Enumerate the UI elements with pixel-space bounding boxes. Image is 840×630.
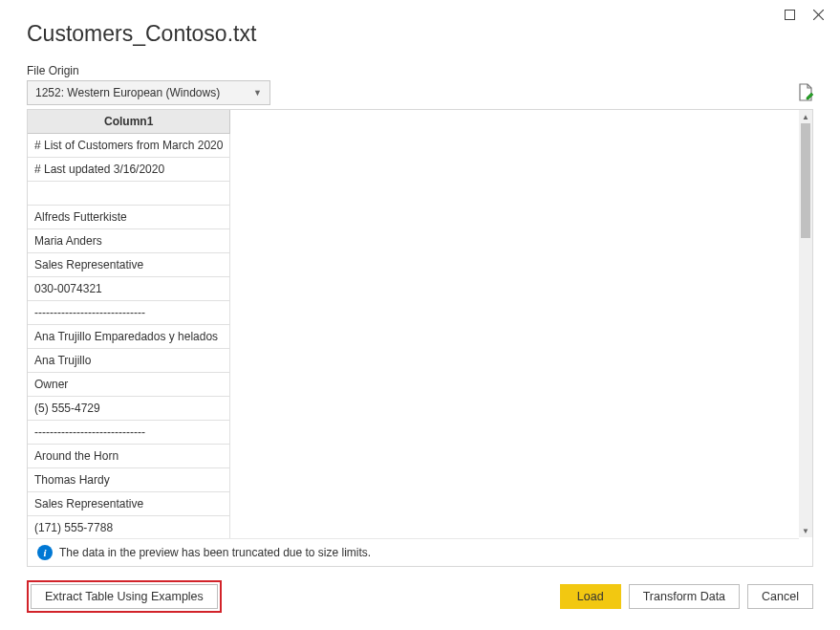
table-row[interactable]	[28, 182, 230, 206]
close-icon	[813, 10, 824, 20]
table-row[interactable]: Thomas Hardy	[28, 468, 230, 492]
file-origin-label: File Origin	[27, 64, 270, 77]
info-message: The data in the preview has been truncat…	[59, 546, 371, 559]
vertical-scrollbar[interactable]: ▲ ▼	[799, 110, 812, 537]
dialog-container: Customers_Contoso.txt File Origin 1252: …	[0, 0, 840, 630]
table-cell: Maria Anders	[28, 229, 230, 253]
scroll-up-icon[interactable]: ▲	[799, 110, 812, 123]
extract-table-button[interactable]: Extract Table Using Examples	[31, 584, 218, 609]
table-row[interactable]: Maria Anders	[28, 229, 230, 253]
table-cell: Alfreds Futterkiste	[28, 206, 230, 229]
dialog-title: Customers_Contoso.txt	[27, 21, 813, 47]
table-cell: Around the Horn	[28, 445, 230, 468]
table-row[interactable]: # List of Customers from March 2020	[28, 134, 230, 158]
table-cell: 030-0074321	[28, 277, 230, 301]
table-row[interactable]: Ana Trujillo	[28, 349, 230, 373]
footer-actions: Load Transform Data Cancel	[560, 584, 813, 609]
close-button[interactable]	[809, 6, 827, 23]
table-cell: -----------------------------	[28, 301, 230, 325]
file-origin-dropdown[interactable]: 1252: Western European (Windows) ▼	[27, 80, 270, 105]
chevron-down-icon: ▼	[253, 88, 262, 98]
cancel-button[interactable]: Cancel	[747, 584, 813, 609]
table-cell: Ana Trujillo	[28, 349, 230, 373]
column-header[interactable]: Column1	[28, 110, 230, 134]
table-cell: Sales Representative	[28, 253, 230, 277]
scroll-down-icon[interactable]: ▼	[799, 524, 812, 537]
table-cell	[28, 182, 230, 206]
maximize-button[interactable]	[781, 6, 798, 23]
table-row[interactable]: Sales Representative	[28, 492, 230, 516]
scroll-thumb[interactable]	[801, 123, 810, 238]
table-cell: # Last updated 3/16/2020	[28, 158, 230, 182]
maximize-icon	[785, 10, 795, 20]
table-row[interactable]: Ana Trujillo Emparedados y helados	[28, 325, 230, 349]
table-cell: Ana Trujillo Emparedados y helados	[28, 325, 230, 349]
highlight-annotation: Extract Table Using Examples	[27, 580, 222, 613]
info-icon: i	[37, 545, 53, 560]
transform-data-button[interactable]: Transform Data	[629, 584, 740, 609]
table-cell: Thomas Hardy	[28, 468, 230, 492]
table-row[interactable]: Around the Horn	[28, 445, 230, 468]
table-cell: (5) 555-4729	[28, 397, 230, 421]
table-cell: Sales Representative	[28, 492, 230, 516]
table-row[interactable]: Sales Representative	[28, 253, 230, 277]
load-button[interactable]: Load	[560, 584, 621, 609]
dialog-footer: Extract Table Using Examples Load Transf…	[27, 567, 813, 613]
table-row[interactable]: 030-0074321	[28, 277, 230, 301]
preview-table: Column1 # List of Customers from March 2…	[28, 110, 230, 567]
window-titlebar	[767, 0, 840, 29]
document-edit-icon[interactable]	[798, 83, 813, 105]
file-origin-value: 1252: Western European (Windows)	[35, 86, 220, 99]
data-preview: Column1 # List of Customers from March 2…	[27, 109, 813, 567]
svg-rect-0	[785, 10, 794, 19]
table-row[interactable]: # Last updated 3/16/2020	[28, 158, 230, 182]
table-row[interactable]: Owner	[28, 373, 230, 397]
table-cell: (171) 555-7788	[28, 516, 230, 540]
table-row[interactable]: (171) 555-7788	[28, 516, 230, 540]
file-origin-group: File Origin 1252: Western European (Wind…	[27, 64, 270, 105]
table-row[interactable]: Alfreds Futterkiste	[28, 206, 230, 229]
table-row[interactable]: -----------------------------	[28, 301, 230, 325]
truncation-info-bar: i The data in the preview has been trunc…	[28, 538, 799, 566]
table-cell: Owner	[28, 373, 230, 397]
table-cell: # List of Customers from March 2020	[28, 134, 230, 158]
table-cell: -----------------------------	[28, 421, 230, 445]
table-container: Column1 # List of Customers from March 2…	[28, 110, 230, 566]
options-row: File Origin 1252: Western European (Wind…	[27, 64, 813, 105]
table-row[interactable]: (5) 555-4729	[28, 397, 230, 421]
table-row[interactable]: -----------------------------	[28, 421, 230, 445]
